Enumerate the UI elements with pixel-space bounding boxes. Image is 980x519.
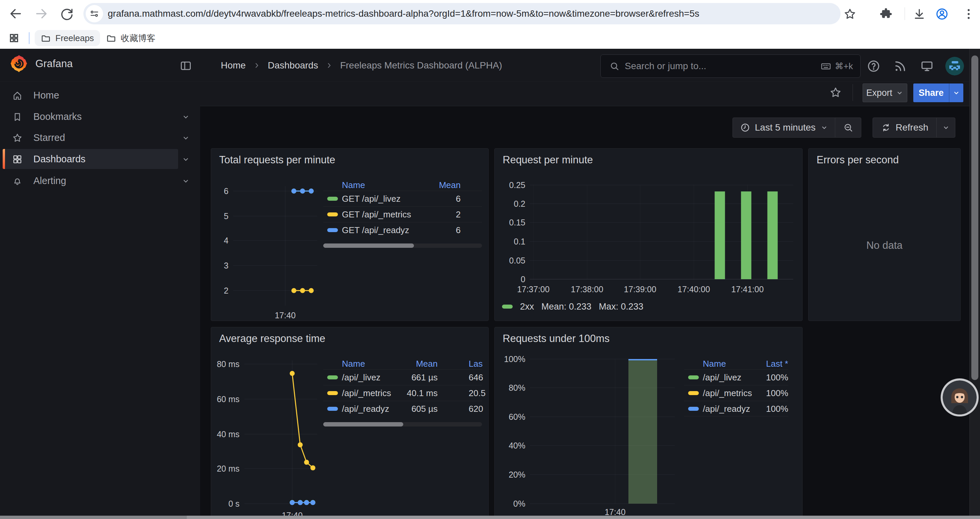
legend-row[interactable]: /api/_readyz 605 µs 620: [323, 401, 482, 417]
legend-col-mean[interactable]: Mean: [383, 359, 438, 369]
share-button[interactable]: Share: [913, 83, 963, 102]
svg-text:100%: 100%: [504, 355, 525, 364]
panel-request-per-minute[interactable]: Request per minute 0.250.20.150.10.05017…: [494, 148, 803, 321]
legend-row[interactable]: GET /api/_metrics 2: [323, 206, 482, 222]
export-button[interactable]: Export: [862, 83, 907, 102]
series-name[interactable]: /api/_readyz: [342, 404, 389, 414]
bookmark-folder-label: Freeleaps: [56, 33, 94, 43]
legend-col-last[interactable]: Last *: [738, 359, 788, 369]
series-last: 620: [469, 404, 488, 414]
series-color-pill: [327, 391, 338, 395]
horizontal-scrollbar[interactable]: [0, 516, 980, 519]
profile-icon[interactable]: [935, 7, 949, 21]
favorite-dashboard-star-icon[interactable]: [829, 86, 842, 99]
chevron-down-icon[interactable]: [181, 134, 190, 142]
svg-text:17:39:00: 17:39:00: [624, 284, 656, 294]
legend-row[interactable]: /api/_livez 661 µs 646: [323, 369, 482, 385]
legend-col-mean[interactable]: Mean: [423, 180, 461, 190]
series-color-pill: [327, 197, 338, 201]
panel-title[interactable]: Errors per second: [816, 154, 899, 166]
panel-errors-per-second[interactable]: Errors per second No data: [808, 148, 961, 321]
reload-icon[interactable]: [59, 7, 73, 21]
vertical-scrollbar-thumb[interactable]: [971, 56, 978, 380]
forward-icon[interactable]: [34, 7, 48, 21]
svg-text:17:40: 17:40: [605, 507, 626, 517]
refresh-button[interactable]: Refresh: [873, 118, 936, 137]
sidebar-item-alerting[interactable]: Alerting: [0, 171, 200, 191]
series-name[interactable]: 2xx: [520, 302, 534, 312]
series-name[interactable]: /api/_livez: [342, 372, 380, 383]
legend-row[interactable]: GET /api/_readyz 6: [323, 222, 482, 238]
series-last: 100%: [738, 404, 788, 414]
extensions-icon[interactable]: [879, 7, 892, 21]
breadcrumb-dashboards[interactable]: Dashboards: [268, 60, 318, 71]
legend-scrollbar[interactable]: [323, 243, 482, 248]
breadcrumb-home[interactable]: Home: [221, 60, 246, 71]
browser-menu-icon[interactable]: [962, 7, 975, 21]
legend-inline[interactable]: 2xx Mean: 0.233 Max: 0.233: [502, 300, 643, 314]
assistant-avatar[interactable]: [941, 378, 978, 417]
keyboard-icon: [820, 61, 832, 72]
bookmark-star-icon[interactable]: [843, 7, 857, 21]
svg-text:0: 0: [521, 275, 525, 284]
bookmark-folder-freeleaps[interactable]: Freeleaps: [35, 30, 100, 46]
svg-text:0.25: 0.25: [509, 180, 525, 190]
download-icon[interactable]: [913, 7, 926, 21]
bookmark-folder-blogs[interactable]: 收藏博客: [100, 30, 161, 46]
zoom-out-time-button[interactable]: [835, 118, 861, 137]
assistant-avatar-image: [943, 380, 977, 414]
apps-grid-icon[interactable]: [9, 33, 19, 43]
url-bar[interactable]: grafana.mathmast.com/d/deytv4rwavabkb/fr…: [83, 3, 841, 24]
help-icon[interactable]: [867, 59, 881, 73]
monitor-icon[interactable]: [920, 59, 934, 73]
legend-row[interactable]: /api/_readyz 100%: [684, 401, 788, 417]
legend-col-name[interactable]: Name: [342, 180, 365, 190]
sidebar-item-home[interactable]: Home: [0, 85, 200, 105]
legend-scrollbar[interactable]: [323, 422, 482, 426]
chevron-down-icon[interactable]: [181, 155, 190, 164]
sidebar-item-starred[interactable]: Starred: [0, 128, 200, 148]
panel-average-response-time[interactable]: Average response time 80 ms60 ms40 ms20 …: [211, 327, 488, 519]
legend-row[interactable]: GET /api/_livez 6: [323, 191, 482, 206]
series-name[interactable]: GET /api/_readyz: [342, 225, 409, 235]
user-avatar[interactable]: [945, 57, 964, 75]
sidebar-collapse-icon[interactable]: [180, 59, 192, 72]
legend-header: Name Last *: [684, 358, 788, 369]
series-mean: 661 µs: [383, 372, 438, 383]
series-last: 646: [469, 372, 488, 383]
refresh-interval-button[interactable]: [936, 118, 955, 137]
grafana-brand[interactable]: Grafana: [10, 54, 73, 73]
chevron-down-icon[interactable]: [181, 113, 190, 121]
chevron-down-icon[interactable]: [181, 177, 190, 185]
panel-requests-under-100ms[interactable]: Requests under 100ms 100%80%60%40%20%0%1…: [494, 327, 803, 519]
sidebar-item-label: Alerting: [33, 175, 66, 186]
sidebar: [0, 83, 200, 519]
rss-icon[interactable]: [893, 59, 907, 73]
panel-total-requests[interactable]: Total requests per minute 6543217:40 Nam…: [211, 148, 488, 321]
sidebar-item-label: Bookmarks: [33, 111, 82, 122]
legend-header: Name Mean: [323, 179, 482, 191]
search-input[interactable]: Search or jump to... ⌘+k: [600, 54, 861, 78]
chevron-down-icon: [896, 89, 904, 97]
share-menu-button[interactable]: [949, 89, 963, 97]
legend-row[interactable]: /api/_metrics 40.1 ms 20.5 m: [323, 385, 482, 401]
site-settings-icon[interactable]: [86, 5, 103, 22]
svg-text:40%: 40%: [509, 441, 525, 450]
sidebar-item-dashboards[interactable]: Dashboards: [0, 149, 200, 169]
time-range-picker[interactable]: Last 5 minutes: [733, 118, 835, 137]
sidebar-item-bookmarks[interactable]: Bookmarks: [0, 107, 200, 126]
home-icon: [12, 90, 23, 101]
legend-col-last[interactable]: Las: [469, 359, 488, 369]
series-name[interactable]: /api/_livez: [703, 372, 741, 383]
series-name[interactable]: GET /api/_metrics: [342, 209, 411, 220]
legend-row[interactable]: /api/_livez 100%: [684, 369, 788, 385]
legend-row[interactable]: /api/_metrics 100%: [684, 385, 788, 401]
legend-col-name[interactable]: Name: [342, 359, 365, 369]
series-last: 100%: [738, 372, 788, 383]
back-icon[interactable]: [9, 7, 23, 21]
legend-col-name[interactable]: Name: [703, 359, 726, 369]
bookmarks-divider: [29, 32, 30, 44]
vertical-scrollbar[interactable]: [969, 49, 980, 519]
series-name[interactable]: GET /api/_livez: [342, 194, 401, 204]
series-last: 20.5 m: [469, 388, 488, 398]
